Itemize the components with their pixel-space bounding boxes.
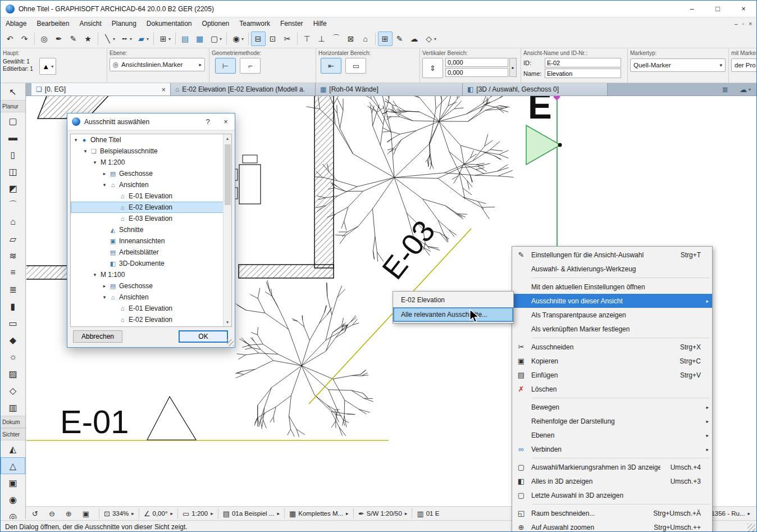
tool-button[interactable]: ◭ <box>1 440 25 457</box>
expander-open-icon[interactable]: ▾ <box>72 137 80 143</box>
tree-item[interactable]: ⌂ E-02 Elevation <box>71 202 231 213</box>
tabbar-tool-button[interactable]: ≣ <box>718 84 733 95</box>
menu-item[interactable]: Optionen <box>197 17 235 30</box>
toolbar-button[interactable]: ☁ <box>407 31 422 46</box>
tab-close-icon[interactable]: × <box>158 85 166 94</box>
tool-button[interactable]: ▣ <box>1 474 25 491</box>
toolbar-button[interactable]: ✒ <box>52 31 66 46</box>
expander-closed-icon[interactable]: ▸ <box>101 171 108 176</box>
context-menu-item[interactable]: Mit den aktuellen Einstellungen öffnen <box>512 280 712 294</box>
toolbar-button[interactable]: ⊤ <box>300 31 314 46</box>
dialog-resize-grip[interactable] <box>227 339 234 346</box>
quickbar-control[interactable]: ⊕ <box>63 507 80 520</box>
toolbar-button[interactable]: ╲ ▾ <box>101 31 117 46</box>
scrollbar-thumb[interactable] <box>225 144 231 205</box>
marker-type-dropdown[interactable]: Quell-Marker ▾ <box>630 58 726 72</box>
mdi-close-icon[interactable]: × <box>749 21 752 27</box>
tree-item[interactable]: ◧ 3D-Dokumente <box>71 258 231 269</box>
minimize-button[interactable]: – <box>679 1 705 17</box>
tool-button[interactable]: ▯ <box>1 146 25 163</box>
context-menu-item[interactable]: ✎ Einstellungen für die Ansicht-Auswahl … <box>512 248 712 262</box>
tool-button[interactable]: ◇ <box>1 382 25 399</box>
tree-item[interactable]: ▾ ⌂ Ansichten <box>71 179 231 190</box>
tool-button[interactable]: ▱ <box>1 230 25 247</box>
view-tab[interactable]: ▦ [Roh-04 Wände] <box>316 83 463 96</box>
menu-item[interactable]: Hilfe <box>308 17 332 30</box>
toolbar-button[interactable]: ◉ ▾ <box>229 31 246 46</box>
scroll-down-icon[interactable]: ▾ <box>224 318 231 326</box>
tool-button[interactable]: △ <box>1 457 25 474</box>
toolbar-button[interactable]: ▤ <box>178 31 193 46</box>
close-button[interactable]: × <box>731 1 756 17</box>
geometry-straight-button[interactable]: ⊢ <box>215 58 236 74</box>
layer-dropdown[interactable]: ◎ Ansichtslinien.Marker ▸ <box>110 58 205 71</box>
toolbar-button[interactable]: ╍ ▾ <box>117 31 134 46</box>
context-menu-item[interactable]: Auswahl- & Aktivierungs-Werkzeug <box>512 262 712 276</box>
tree-item[interactable]: ▾ M 1:200 <box>71 157 231 168</box>
expander-open-icon[interactable]: ▾ <box>91 160 99 165</box>
tool-button[interactable]: ⌂ <box>1 213 25 230</box>
submenu-item[interactable]: Alle relevanten Ausschnitte... <box>393 307 513 322</box>
mdi-restore-icon[interactable]: ▫ <box>742 21 745 27</box>
tree-item[interactable]: ▣ Innenansichten <box>71 235 231 247</box>
expander-open-icon[interactable]: ▾ <box>81 148 89 154</box>
toolbar-button[interactable]: ▦ <box>193 31 207 46</box>
toolbar-button[interactable]: ✎ <box>393 31 407 46</box>
tool-button[interactable]: ◆ <box>1 331 25 348</box>
tool-button[interactable]: ≣ <box>1 281 25 298</box>
context-menu-item[interactable]: ◱ Raum beschneiden... Strg+Umsch.+Ä <box>512 506 712 520</box>
tool-button[interactable]: ⌒ <box>1 197 25 213</box>
toolbar-button[interactable]: ↶ <box>3 31 17 46</box>
context-menu-item[interactable]: Bewegen ▸ <box>512 400 712 414</box>
context-menu-item[interactable]: ∞ Verbinden ▸ <box>512 442 712 456</box>
vertical-top-field[interactable] <box>445 58 508 67</box>
toolbar-button[interactable]: ★ <box>81 31 95 46</box>
context-menu-item[interactable]: ⊕ Auf Auswahl zoomen Strg+Umsch.++ <box>512 520 712 532</box>
menu-item[interactable]: Bearbeiten <box>31 17 74 30</box>
toolbar-button[interactable]: ▰ ▾ <box>134 31 151 46</box>
quickbar-control[interactable]: ⊖ <box>46 507 63 520</box>
dialog-help-button[interactable]: ? <box>199 113 217 130</box>
menu-item[interactable]: Dokumentation <box>142 17 197 30</box>
context-menu-item[interactable]: ▣ Kopieren Strg+C <box>512 354 712 368</box>
tool-button[interactable]: ◉ <box>1 491 25 508</box>
toolbar-button[interactable]: ◇ ▾ <box>422 31 439 46</box>
spinner-button[interactable]: ▸ <box>509 58 517 77</box>
menu-item[interactable]: Planung <box>107 17 142 30</box>
quickbar-control[interactable]: ↺ <box>29 507 46 520</box>
tree-scrollbar[interactable]: ▴ ▾ <box>223 134 231 326</box>
menu-item[interactable]: Ansicht <box>74 17 106 30</box>
tool-button[interactable]: ▮ <box>1 298 25 315</box>
expander-closed-icon[interactable]: ▸ <box>101 283 108 289</box>
toolbar-button[interactable]: ⌒ <box>329 31 344 46</box>
expander-open-icon[interactable]: ▾ <box>101 182 108 188</box>
context-menu-item[interactable]: ✂ Ausschneiden Strg+X <box>512 340 712 354</box>
cancel-button[interactable]: Abbrechen <box>73 330 122 343</box>
context-menu-item[interactable]: ▢ Auswahl/Markierungsrahmen in 3D anzeig… <box>512 460 712 474</box>
tree-item[interactable]: ▾ ⌂ Ansichten <box>71 292 231 303</box>
tree-item[interactable]: ⌂ E-03 Elevation <box>71 213 231 224</box>
quickbar-control[interactable]: ▤ 01a Beispiel ... ▸ <box>220 507 282 520</box>
tree-item[interactable]: ▾ M 1:100 <box>71 269 231 280</box>
tool-button[interactable]: ▥ <box>1 399 25 416</box>
tool-button[interactable]: ▨ <box>1 365 25 382</box>
range-infinite-button[interactable]: ⇤ <box>321 58 341 74</box>
element-settings-button[interactable]: ▲ ▾ <box>39 58 56 75</box>
view-tab[interactable]: ◧ [3D / Auswahl, Geschoss 0] <box>463 83 608 96</box>
mdi-minimize-icon[interactable]: – <box>735 21 738 27</box>
view-tab[interactable]: ❏ [0. EG] × <box>31 83 171 96</box>
tree-item[interactable]: ⌂ E-01 Elevation <box>71 303 231 314</box>
tool-button[interactable]: ▭ <box>1 315 25 331</box>
tree-item[interactable]: ▾ ● Ohne Titel <box>71 134 231 145</box>
tool-button[interactable]: Planur <box>1 100 25 112</box>
range-limited-button[interactable]: ▭ <box>345 58 366 74</box>
tool-button[interactable]: Dokum <box>1 416 25 428</box>
tool-button[interactable]: ▢ <box>1 112 25 129</box>
tool-button[interactable]: ◎ <box>1 508 25 519</box>
context-menu-item[interactable]: Ebenen ▸ <box>512 428 712 442</box>
view-tab[interactable]: ⌂ E-02 Elevation [E-02 Elevation (Modell… <box>171 83 316 96</box>
tool-button[interactable]: Sichter <box>1 428 25 440</box>
dialog-title-bar[interactable]: Ausschnitt auswählen ? × <box>67 113 235 130</box>
resize-grip[interactable] <box>747 524 755 531</box>
toolbar-button[interactable]: ✂ <box>280 31 295 46</box>
